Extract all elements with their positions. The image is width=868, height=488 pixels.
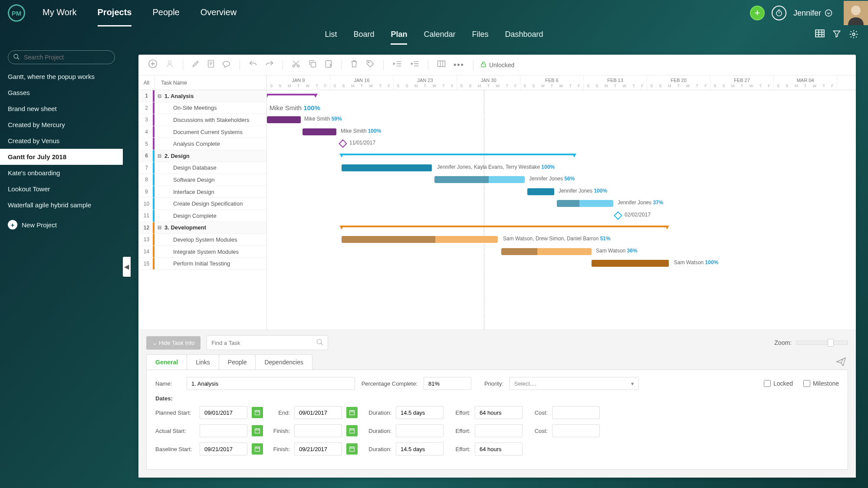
gantt-summary-bar[interactable] (342, 154, 574, 157)
date-input[interactable] (200, 406, 247, 419)
cost-input[interactable] (552, 424, 600, 437)
gantt-bar[interactable] (342, 236, 498, 243)
calendar-icon[interactable] (252, 443, 263, 455)
task-row[interactable]: 13Develop System Modules (138, 234, 266, 246)
new-project-button[interactable]: + New Project (0, 216, 123, 234)
hide-task-info-button[interactable]: ⌄Hide Task Info (146, 336, 201, 350)
tab-people[interactable]: People (219, 354, 256, 370)
date-input[interactable] (294, 406, 342, 419)
task-row[interactable]: 4Document Current Systems (138, 126, 266, 138)
task-row[interactable]: 15Perform Initial Tessting (138, 258, 266, 270)
project-item[interactable]: Created by Venus (0, 133, 123, 149)
grid-view-icon[interactable] (815, 29, 825, 41)
more-icon[interactable]: ••• (452, 59, 466, 71)
duration-input[interactable] (396, 442, 444, 455)
project-item[interactable]: Lookout Tower (0, 181, 123, 197)
gantt-summary-bar[interactable] (342, 226, 667, 229)
copy-icon[interactable] (306, 58, 319, 72)
collapse-icon[interactable]: ⊟ (155, 93, 164, 99)
paste-icon[interactable] (323, 58, 334, 72)
outdent-icon[interactable] (391, 58, 404, 72)
task-name-input[interactable] (187, 377, 355, 390)
task-row[interactable]: 14Integrate System Modules (138, 246, 266, 258)
project-item[interactable]: Gasses (0, 85, 123, 101)
project-item[interactable]: Gantt for July 2018 (0, 149, 123, 165)
milestone-checkbox[interactable]: Milestone (803, 380, 839, 387)
note-icon[interactable] (206, 58, 216, 72)
pct-complete-input[interactable] (424, 377, 471, 390)
indent-icon[interactable] (408, 58, 421, 72)
project-item[interactable]: Brand new sheet (0, 101, 123, 117)
filter-icon[interactable] (832, 29, 841, 41)
nav-projects[interactable]: Projects (98, 0, 132, 26)
gantt-bar[interactable] (592, 260, 669, 267)
redo-icon[interactable] (263, 58, 276, 72)
gantt-timeline[interactable]: JAN 9SSMTWTFJAN 16SSMTWTFJAN 23SSMTWTFJA… (267, 75, 856, 330)
task-row[interactable]: 8Software Design (138, 174, 266, 186)
calendar-icon[interactable] (252, 425, 263, 436)
add-button[interactable]: + (750, 6, 765, 20)
milestone-diamond[interactable] (614, 211, 622, 220)
project-item[interactable]: Created by Mercury (0, 117, 123, 133)
project-item[interactable]: Gantt, where the popup works (0, 69, 123, 85)
priority-select[interactable]: Select....▾ (510, 377, 639, 390)
undo-icon[interactable] (247, 58, 259, 72)
collapse-icon[interactable]: ⊟ (155, 225, 164, 230)
collapse-sidebar-button[interactable]: ◀ (123, 257, 131, 277)
gantt-bar[interactable] (267, 116, 301, 123)
calendar-icon[interactable] (346, 425, 358, 436)
subnav-board[interactable]: Board (353, 26, 374, 45)
effort-input[interactable] (475, 406, 523, 419)
task-row[interactable]: 6⊟2. Design (138, 150, 266, 162)
lock-status[interactable]: Unlocked (480, 61, 514, 69)
cost-input[interactable] (552, 406, 600, 419)
send-icon[interactable] (836, 357, 846, 369)
nav-people[interactable]: People (152, 0, 179, 26)
cut-icon[interactable] (290, 58, 302, 72)
task-row[interactable]: 10Create Design Specification (138, 198, 266, 210)
task-row[interactable]: 5Analysis Complete (138, 138, 266, 150)
task-row[interactable]: 11Design Complete (138, 210, 266, 222)
gantt-bar[interactable] (342, 164, 432, 171)
subnav-calendar[interactable]: Calendar (424, 26, 455, 45)
task-row[interactable]: 9Interface Design (138, 186, 266, 198)
task-row[interactable]: 2On-Site Meetings (138, 102, 266, 115)
delete-icon[interactable] (349, 58, 360, 72)
task-row[interactable]: 7Design Database (138, 162, 266, 174)
select-all-button[interactable]: All (138, 75, 155, 90)
avatar[interactable] (844, 1, 868, 25)
task-row[interactable]: 12⊟3. Development (138, 222, 266, 234)
add-task-icon[interactable] (146, 57, 159, 72)
date-input[interactable] (200, 442, 247, 455)
date-input[interactable] (294, 424, 342, 437)
timer-button[interactable] (772, 6, 786, 20)
subnav-list[interactable]: List (325, 26, 337, 45)
gantt-bar[interactable] (527, 188, 554, 195)
edit-icon[interactable] (190, 58, 201, 72)
nav-my-work[interactable]: My Work (43, 0, 77, 26)
effort-input[interactable] (475, 442, 523, 455)
find-task-input[interactable] (207, 335, 328, 350)
user-menu[interactable]: Jennifer (793, 9, 832, 18)
search-project-input[interactable] (8, 50, 115, 64)
calendar-icon[interactable] (346, 443, 358, 455)
effort-input[interactable] (475, 424, 523, 437)
gantt-bar[interactable] (501, 248, 592, 255)
subnav-files[interactable]: Files (472, 26, 489, 45)
locked-checkbox[interactable]: Locked (764, 380, 793, 387)
nav-overview[interactable]: Overview (201, 0, 237, 26)
gantt-bar[interactable] (434, 176, 525, 183)
date-input[interactable] (294, 442, 342, 455)
gantt-bar[interactable] (557, 200, 613, 207)
date-input[interactable] (200, 424, 247, 437)
tab-general[interactable]: General (146, 354, 187, 370)
tab-links[interactable]: Links (187, 354, 219, 370)
duration-input[interactable] (396, 406, 444, 419)
project-item[interactable]: Waterfall agile hybrid sample (0, 197, 123, 213)
milestone-diamond[interactable] (339, 139, 347, 148)
subnav-plan[interactable]: Plan (391, 26, 407, 45)
project-item[interactable]: Kate's onboarding (0, 165, 123, 181)
columns-icon[interactable] (435, 58, 447, 72)
collapse-icon[interactable]: ⊟ (155, 153, 164, 159)
duration-input[interactable] (396, 424, 444, 437)
